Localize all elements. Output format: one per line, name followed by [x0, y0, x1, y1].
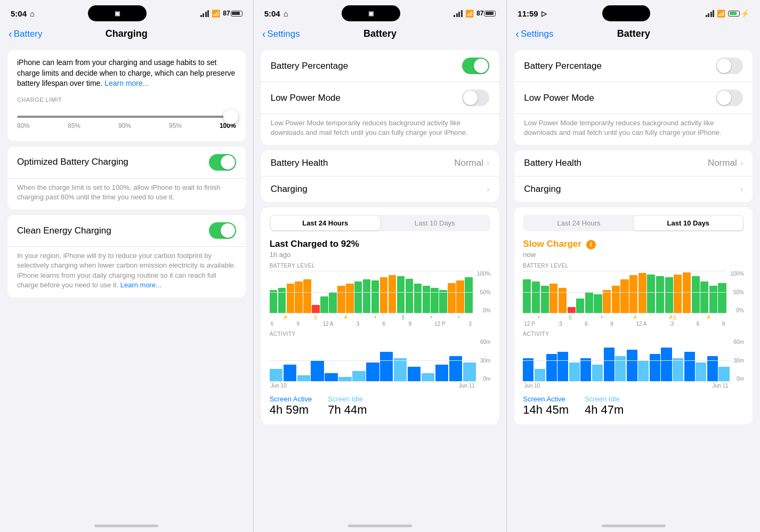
battery-level-label-3: BATTERY LEVEL: [523, 263, 744, 269]
c-icon-3-5: ⚡||: [668, 315, 676, 320]
bar-2-4: [295, 281, 302, 313]
battery-info-card-2: Battery Health Normal › Charging ›: [261, 150, 499, 202]
back-button-3[interactable]: ‹ Settings: [515, 29, 553, 39]
learn-more-link-1[interactable]: Learn more...: [104, 79, 149, 87]
bar-3-10: [603, 290, 611, 313]
optimized-charging-toggle[interactable]: [209, 154, 236, 171]
tab-10d-3[interactable]: Last 10 Days: [634, 216, 743, 230]
c-icon-3-1: •: [538, 315, 539, 320]
bar-3-23: [718, 283, 726, 313]
bar-3-3: [541, 286, 549, 313]
act-bar-3-1: [523, 358, 533, 381]
bar-2-21: [439, 290, 447, 313]
screens-container: 5:04 ⌂ ▣ 📶 87: [0, 0, 760, 532]
battery-body-2: [484, 11, 496, 17]
low-power-label-3: Low Power Mode: [524, 93, 594, 103]
dynamic-island-3: [602, 5, 650, 21]
c-icon-3-4: ⚡: [632, 315, 638, 320]
battery-percentage-label-2: Battery Percentage: [271, 61, 349, 71]
home-bar-3: [602, 525, 666, 527]
home-bar-2: [348, 525, 412, 527]
bar-3-20: [692, 276, 700, 313]
status-time-1: 5:04 ⌂: [11, 9, 35, 18]
dynamic-island-1: ▣: [88, 5, 147, 21]
home-indicator-3: [507, 521, 760, 532]
chart-section-2: Last 24 Hours Last 10 Days Last Charged …: [261, 207, 499, 424]
charging-row-3[interactable]: Charging ›: [514, 176, 753, 202]
activity-chart-wrapper-3: Jun 10 Jun 11 60m 30m 0m: [523, 339, 744, 389]
battery-health-row-2[interactable]: Battery Health Normal ›: [261, 150, 499, 176]
battery-percentage-toggle-3[interactable]: [716, 58, 743, 74]
battery-bars-area-2: ⚡ || ⚡ • || • • 6 9 12 A 3: [270, 271, 473, 327]
charge-icon-4: •: [374, 315, 376, 320]
act-bar-2-13: [435, 365, 448, 382]
bar-3-4: [549, 284, 557, 313]
activity-label-3: ACTIVITY: [523, 331, 744, 337]
status-time-2: 5:04 ⌂: [264, 9, 288, 18]
signal-bar-1: [200, 15, 202, 17]
low-power-toggle-2[interactable]: [462, 90, 489, 106]
x-label-2-0: 6: [271, 321, 274, 327]
info-icon-3[interactable]: i: [586, 240, 596, 249]
wifi-icon-2: 📶: [465, 10, 474, 18]
back-button-2[interactable]: ‹ Settings: [262, 29, 300, 39]
x-labels-battery-3: 12 P :3 6 9 12 A :3 6 9: [523, 321, 726, 327]
bar-2-24: [465, 277, 472, 313]
act-bar-2-8: [366, 362, 379, 382]
act-bar-2-11: [408, 367, 421, 382]
back-label-3: Settings: [521, 29, 553, 39]
act-bar-3-17: [707, 356, 718, 381]
act-bar-3-13: [661, 348, 672, 381]
battery-percentage-toggle-2[interactable]: [462, 58, 489, 74]
tab-24h-2[interactable]: Last 24 Hours: [271, 216, 380, 230]
bar-2-1: [270, 290, 277, 313]
optimized-charging-footnote: When the charge limit is set to 100%, al…: [7, 179, 246, 209]
clean-energy-toggle[interactable]: [209, 222, 236, 239]
bar-2-8: [329, 292, 336, 313]
act-bar-2-14: [449, 356, 462, 381]
chevron-right-charging-3: ›: [740, 184, 743, 194]
signal-bar-3: [205, 12, 207, 17]
wifi-icon-1: 📶: [212, 10, 220, 18]
activity-stats-2: Screen Active 4h 59m Screen Idle 7h 44m: [270, 395, 491, 417]
bar-2-17: [406, 279, 413, 313]
clean-energy-learn-more[interactable]: Learn more...: [120, 281, 161, 289]
charge-icon-2: ||: [314, 315, 317, 320]
y-50-3: 50%: [730, 289, 744, 295]
screen-active-label-3: Screen Active: [523, 395, 569, 403]
slider-mark-95: 95%: [169, 122, 182, 130]
low-power-toggle-3[interactable]: [716, 90, 743, 106]
y-labels-battery-2: 100% 50% 0%: [475, 271, 491, 313]
tab-24h-3[interactable]: Last 24 Hours: [524, 216, 633, 230]
slider-thumb[interactable]: [223, 109, 238, 124]
nav-bar-1: ‹ Battery Charging: [0, 24, 253, 45]
bar-3-15: [647, 275, 655, 313]
tab-10d-2[interactable]: Last 10 Days: [380, 216, 489, 230]
charging-bolt-3: ⚡: [741, 10, 749, 18]
charging-row-2[interactable]: Charging ›: [261, 176, 499, 202]
screen-active-value-2: 4h 59m: [270, 403, 312, 417]
battery-percentage-row-2: Battery Percentage: [261, 50, 499, 82]
activity-bars-area-3: Jun 10 Jun 11: [523, 339, 729, 389]
chart-header-2: Last Charged to 92% 1h ago: [270, 239, 491, 259]
screen-active-label-2: Screen Active: [270, 395, 312, 403]
slider-container[interactable]: 80% 85% 90% 95% 100%: [17, 109, 236, 134]
battery-health-row-3[interactable]: Battery Health Normal ›: [514, 150, 753, 176]
bar-2-13: [371, 280, 379, 313]
page-title-1: Charging: [106, 28, 148, 39]
screen-idle-stat-3: Screen Idle 4h 47m: [585, 395, 624, 417]
charge-limit-section: CHARGE LIMIT 80% 85% 90% 95% 100%: [7, 89, 246, 141]
battery-bar-chart-3: [523, 271, 726, 313]
act-bar-2-1: [270, 369, 282, 382]
slider-labels: 80% 85% 90% 95% 100%: [17, 122, 236, 130]
slider-track[interactable]: [17, 116, 236, 118]
home-bar-1: [94, 525, 158, 527]
signal-icon-3: [706, 10, 715, 17]
y-0: 0%: [477, 308, 491, 313]
charging-value-3: ›: [740, 184, 743, 194]
screen-idle-value-3: 4h 47m: [585, 403, 624, 417]
act-bar-2-12: [422, 373, 434, 382]
status-icons-2: 📶 87: [454, 10, 496, 18]
bar-3-22: [709, 286, 717, 313]
back-button-1[interactable]: ‹ Battery: [9, 29, 43, 39]
